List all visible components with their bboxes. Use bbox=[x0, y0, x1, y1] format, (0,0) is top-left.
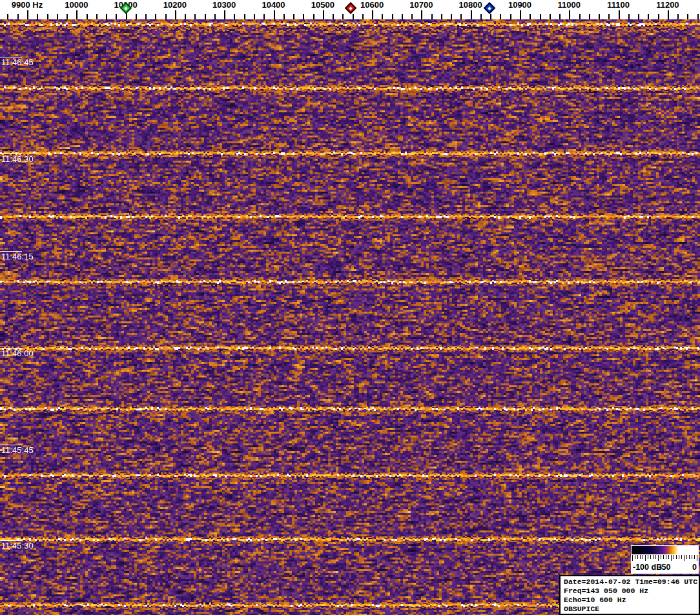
ruler-minor-tick bbox=[402, 14, 403, 19]
ruler-major-tick bbox=[421, 10, 422, 19]
ruler-minor-tick bbox=[165, 14, 167, 19]
info-line-echo: Echo=10 600 Hz bbox=[564, 596, 699, 605]
colorbar-tick bbox=[692, 555, 692, 559]
info-line-date-time: Date=2014-07-02 Time=09:46 UTC bbox=[564, 578, 699, 587]
colorbar-tick bbox=[668, 555, 669, 559]
ruler-minor-tick bbox=[392, 14, 393, 19]
ruler-minor-tick bbox=[441, 14, 442, 19]
colorbar-tick bbox=[686, 555, 687, 559]
ruler-minor-tick bbox=[57, 14, 58, 19]
ruler-minor-tick bbox=[234, 14, 235, 19]
ruler-major-tick bbox=[27, 10, 28, 19]
ruler-label: 10000 bbox=[65, 1, 88, 10]
frequency-ruler: 9900 Hz100001010010200103001040010500106… bbox=[0, 0, 700, 19]
info-line-station: OBSUPICE bbox=[564, 605, 699, 614]
ruler-label: 11100 bbox=[607, 1, 630, 10]
colorbar-tick bbox=[661, 555, 661, 559]
info-box: Date=2014-07-02 Time=09:46 UTC Freq=143 … bbox=[559, 575, 700, 615]
colorbar-tick bbox=[681, 555, 682, 559]
ruler-minor-tick bbox=[145, 14, 147, 19]
ruler-major-tick bbox=[569, 10, 570, 19]
colorbar-tick bbox=[635, 555, 635, 559]
info-line-frequency: Freq=143 050 000 Hz bbox=[564, 587, 699, 596]
ruler-minor-tick bbox=[550, 14, 551, 19]
ruler-minor-tick bbox=[194, 14, 196, 19]
ruler-minor-tick bbox=[303, 14, 304, 19]
colorbar-tick bbox=[645, 555, 646, 561]
colorbar-tick bbox=[637, 555, 638, 559]
ruler-minor-tick bbox=[263, 14, 265, 19]
ruler-label: 10300 bbox=[212, 1, 236, 10]
ruler-minor-tick bbox=[540, 14, 541, 19]
colorbar-tick bbox=[689, 555, 690, 559]
ruler-minor-tick bbox=[185, 14, 186, 19]
marker-center-dot bbox=[124, 6, 128, 10]
freq-marker-diamond-blue[interactable] bbox=[483, 2, 495, 14]
ruler-label: 11200 bbox=[656, 1, 679, 10]
ruler-minor-tick bbox=[687, 14, 688, 19]
ruler-minor-tick bbox=[37, 14, 38, 19]
ruler-minor-tick bbox=[599, 14, 600, 19]
ruler-minor-tick bbox=[136, 14, 137, 19]
ruler-minor-tick bbox=[254, 14, 255, 19]
ruler-minor-tick bbox=[67, 14, 68, 19]
colorbar-tick bbox=[674, 555, 674, 559]
ruler-major-tick bbox=[471, 10, 472, 19]
ruler-major-tick bbox=[224, 10, 225, 19]
ruler-label: 10400 bbox=[262, 1, 285, 10]
ruler-minor-tick bbox=[589, 14, 590, 19]
ruler-label: 11000 bbox=[558, 1, 581, 10]
ruler-minor-tick bbox=[7, 14, 8, 19]
time-label: 11:46:15 bbox=[1, 252, 34, 261]
ruler-minor-tick bbox=[677, 14, 679, 19]
ruler-minor-tick bbox=[342, 14, 344, 19]
colorbar-tick bbox=[643, 555, 643, 559]
time-label: 11:45:45 bbox=[1, 446, 34, 455]
colorbar-tick bbox=[640, 555, 641, 559]
ruler-minor-tick bbox=[313, 14, 314, 19]
ruler-label: 9900 Hz bbox=[12, 1, 43, 10]
waterfall-canvas bbox=[0, 19, 700, 615]
ruler-minor-tick bbox=[500, 14, 501, 19]
colorbar-label-max: 0 bbox=[692, 563, 697, 572]
ruler-minor-tick bbox=[451, 14, 452, 19]
colorbar-tick bbox=[650, 555, 651, 559]
ruler-minor-tick bbox=[490, 14, 491, 19]
colorbar: -100 dB -50 0 bbox=[631, 545, 699, 574]
ruler-minor-tick bbox=[17, 14, 19, 19]
ruler-minor-tick bbox=[460, 14, 462, 19]
ruler-minor-tick bbox=[106, 14, 107, 19]
colorbar-tick bbox=[666, 555, 666, 559]
ruler-label: 10900 bbox=[508, 1, 531, 10]
freq-marker-diamond-red[interactable] bbox=[345, 2, 356, 14]
ruler-minor-tick bbox=[214, 14, 216, 19]
ruler-minor-tick bbox=[638, 14, 639, 19]
colorbar-tick bbox=[632, 555, 633, 561]
colorbar-tick bbox=[671, 555, 672, 561]
ruler-minor-tick bbox=[362, 14, 364, 19]
ruler-major-tick bbox=[323, 10, 324, 19]
spectrogram-window: 9900 Hz100001010010200103001040010500106… bbox=[0, 0, 700, 615]
ruler-label: 10500 bbox=[311, 1, 335, 10]
colorbar-tick bbox=[648, 555, 648, 559]
time-label: 11:46:00 bbox=[1, 349, 34, 358]
colorbar-tick bbox=[697, 555, 697, 561]
ruler-minor-tick bbox=[333, 14, 334, 19]
ruler-minor-tick bbox=[205, 14, 206, 19]
ruler-label: 10700 bbox=[409, 1, 433, 10]
colorbar-label-min: -100 dB bbox=[633, 563, 662, 572]
ruler-minor-tick bbox=[155, 14, 156, 19]
time-label: 11:45:30 bbox=[1, 541, 34, 550]
ruler-major-tick bbox=[274, 10, 275, 19]
marker-center-dot bbox=[488, 6, 491, 10]
ruler-minor-tick bbox=[530, 14, 531, 19]
ruler-minor-tick bbox=[559, 14, 561, 19]
ruler-major-tick bbox=[76, 10, 77, 19]
ruler-minor-tick bbox=[87, 14, 88, 19]
ruler-label: 10800 bbox=[459, 1, 482, 10]
ruler-major-tick bbox=[520, 10, 521, 19]
colorbar-gradient bbox=[632, 546, 698, 554]
ruler-minor-tick bbox=[628, 14, 630, 19]
time-label: 11:46:45 bbox=[1, 58, 34, 67]
ruler-minor-tick bbox=[648, 14, 649, 19]
